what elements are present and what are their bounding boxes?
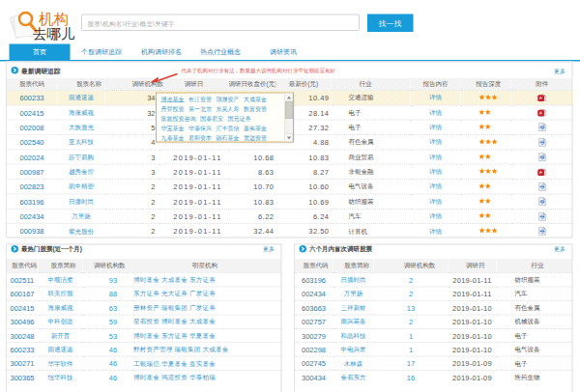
- svg-text:去哪儿: 去哪儿: [33, 26, 75, 41]
- svg-text:机构: 机构: [39, 11, 69, 27]
